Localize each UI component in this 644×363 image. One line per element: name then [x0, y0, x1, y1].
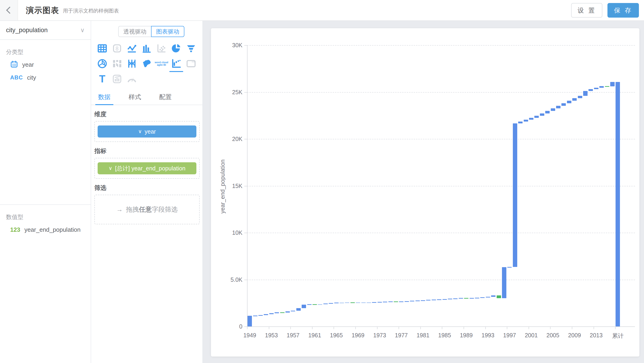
panel-tabs: 数据 样式 配置 [91, 89, 203, 105]
bar-chart-icon[interactable] [139, 41, 154, 56]
waterfall-bar [378, 302, 382, 302]
chart-area: 05.0K10K15K20K25K30K19491953195719611965… [203, 21, 644, 363]
waterfall-bar [578, 96, 582, 98]
dimension-pill-year[interactable]: ∨ year [98, 126, 196, 138]
sankey-chart-icon[interactable] [110, 56, 124, 71]
waterfall-bar [286, 311, 290, 312]
waterfall-bar [367, 302, 371, 303]
waterfall-bar [588, 89, 593, 91]
chevron-down-icon[interactable]: ∨ [108, 165, 112, 171]
gauge-chart-icon[interactable] [124, 72, 139, 86]
waterfall-bar [280, 312, 284, 313]
tab-style[interactable]: 样式 [127, 89, 142, 105]
waterfall-bar [334, 302, 339, 303]
field-name-population: year_end_population [24, 226, 80, 233]
x-axis-label: 1993 [482, 332, 494, 339]
config-panel: 透视驱动 图表驱动 8 word cloud agile BI [91, 21, 203, 363]
dataset-name: city_population [6, 27, 48, 34]
arrow-right-icon: → [116, 206, 123, 213]
x-axis-label: 1985 [438, 332, 451, 339]
dimension-drop-zone[interactable]: ∨ year [94, 121, 200, 142]
waterfall-bar [502, 267, 506, 298]
dataset-sidebar: city_population ∨ 分类型 year ABC city 数值型 … [0, 21, 91, 363]
word-cloud-icon[interactable]: word cloud agile BI [154, 56, 169, 71]
waterfall-bar [394, 301, 398, 302]
app-window: 演示图表 用于演示文档的样例图表 设 置 保 存 city_population… [0, 0, 644, 363]
x-axis-label: 1957 [286, 332, 300, 339]
metric-pill-label: [总计] year_end_population [115, 165, 185, 172]
page-subtitle: 用于演示文档的样例图表 [63, 8, 119, 14]
field-item-population[interactable]: 123 year_end_population [0, 223, 91, 236]
number-card-icon[interactable]: 8 [110, 41, 124, 56]
mode-pivot-button[interactable]: 透视驱动 [118, 26, 151, 37]
waterfall-bar [350, 302, 355, 303]
mode-toggle: 透视驱动 图表驱动 [118, 26, 184, 37]
waterfall-bar [518, 122, 522, 123]
filter-label: 筛选 [94, 184, 200, 192]
waterfall-bar [274, 312, 279, 313]
dataset-selector[interactable]: city_population ∨ [0, 21, 91, 40]
x-axis-label: 1997 [503, 332, 516, 339]
waterfall-bar [253, 315, 258, 316]
waterfall-bar [562, 103, 566, 106]
parallel-chart-icon[interactable] [124, 56, 139, 71]
back-chevron-icon [6, 7, 13, 14]
number-type-icon: 123 [10, 226, 20, 233]
waterfall-chart-icon[interactable] [169, 56, 184, 71]
save-button[interactable]: 保 存 [608, 3, 639, 18]
filter-hint: → 拖拽任意字段筛选 [116, 205, 178, 214]
waterfall-bar [551, 108, 555, 111]
settings-button[interactable]: 设 置 [571, 3, 602, 18]
waterfall-bar [399, 301, 404, 302]
waterfall-bar [416, 300, 420, 301]
waterfall-bar [307, 304, 312, 305]
waterfall-bar [486, 297, 490, 297]
field-item-year[interactable]: year [0, 58, 91, 71]
text-widget-icon-glyph: T [99, 73, 106, 85]
tab-config[interactable]: 配置 [158, 89, 173, 105]
table-chart-icon[interactable] [95, 41, 110, 56]
x-axis-label: 2009 [568, 332, 581, 339]
waterfall-bar [404, 301, 409, 302]
word-cloud-icon-text: word cloud agile BI [154, 61, 169, 66]
waterfall-bar [410, 301, 414, 301]
china-map-icon[interactable] [139, 56, 154, 71]
mode-chart-button[interactable]: 图表驱动 [151, 26, 184, 37]
iframe-widget-icon[interactable] [184, 56, 198, 71]
field-name-city: city [27, 74, 36, 81]
back-button[interactable] [0, 0, 18, 20]
chevron-down-icon[interactable]: ∨ [138, 129, 142, 135]
metric-drop-zone[interactable]: ∨ [总计] year_end_population [94, 158, 200, 179]
waterfall-bar [296, 308, 301, 311]
radar-chart-icon[interactable] [95, 56, 110, 71]
x-axis-label: 1969 [352, 332, 364, 339]
category-section-label: 分类型 [0, 40, 91, 58]
y-axis-label: 5.0K [222, 276, 242, 283]
scatter-chart-icon[interactable] [154, 41, 169, 56]
waterfall-bar [534, 116, 539, 118]
waterfall-bar [372, 302, 376, 303]
waterfall-bar [448, 299, 452, 299]
y-axis-label: 0 [222, 323, 242, 330]
mix-chart-icon[interactable] [110, 72, 124, 86]
tab-data[interactable]: 数据 [97, 89, 112, 105]
line-chart-icon[interactable] [124, 41, 139, 56]
x-axis-label: 1981 [416, 332, 430, 339]
funnel-chart-icon[interactable] [184, 41, 198, 56]
x-axis-label: 2005 [546, 332, 559, 339]
dimension-pill-label: year [144, 128, 156, 135]
waterfall-bar [312, 304, 317, 305]
x-axis-label: 1973 [373, 332, 386, 339]
pie-chart-icon[interactable] [169, 41, 184, 56]
field-item-city[interactable]: ABC city [0, 71, 91, 84]
text-widget-icon[interactable]: T [95, 72, 110, 86]
waterfall-bar [442, 299, 447, 300]
filter-drop-zone[interactable]: → 拖拽任意字段筛选 [94, 195, 200, 224]
waterfall-chart-canvas[interactable]: 05.0K10K15K20K25K30K19491953195719611965… [211, 28, 639, 356]
metric-pill-population[interactable]: ∨ [总计] year_end_population [98, 162, 196, 174]
waterfall-bar [599, 86, 604, 88]
field-name-year: year [22, 61, 34, 68]
chevron-down-icon: ∨ [80, 27, 85, 34]
waterfall-bar [248, 316, 252, 326]
waterfall-bar [470, 298, 474, 299]
